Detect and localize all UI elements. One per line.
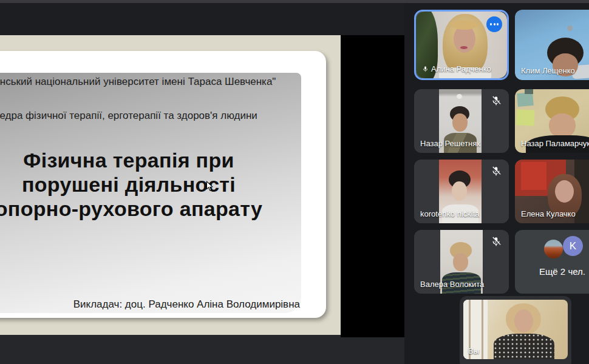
slide-title-line3: опорно-рухового апарату: [0, 197, 310, 221]
overflow-count-label: Ещё 2 чел.: [515, 266, 589, 277]
self-video: Вы: [463, 300, 568, 359]
overflow-participants-tile[interactable]: K Ещё 2 чел.: [515, 230, 589, 294]
participant-name-label: Валера Волокита: [420, 280, 484, 289]
participant-name-label: Клим Лещенко: [521, 66, 575, 75]
person-floral-dress: [494, 334, 554, 359]
slide-university-line: уганський національний університет імені…: [0, 76, 276, 88]
person-bangs: [452, 20, 477, 30]
person-face: [452, 181, 467, 201]
top-background: [0, 3, 404, 35]
avatar-photo: [544, 240, 563, 258]
poster-decor: [516, 109, 534, 126]
mic-off-icon: [491, 166, 502, 177]
participant-tile-elena-kulachko[interactable]: Елена Кулачко: [515, 160, 589, 223]
participant-tile-valera-volokita[interactable]: Валера Волокита: [414, 230, 509, 294]
participant-tile-alina-radchenko[interactable]: Алина Радченко: [414, 10, 509, 80]
more-options-button[interactable]: [486, 16, 502, 32]
participant-name-label: Елена Кулачко: [521, 209, 576, 218]
slide-title-line2: порушені діяльності: [0, 172, 310, 197]
participant-name-label: Назар Паламарчук: [521, 139, 589, 148]
video-call-window: уганський національний університет імені…: [0, 0, 589, 364]
presentation-slide: уганський національний університет імені…: [0, 51, 326, 318]
person-lips: [460, 46, 468, 49]
person-face: [452, 113, 468, 132]
participant-tile-nazar-reshetniak[interactable]: Назар Решетняк: [414, 89, 509, 153]
slide-title-line1: Фізична терапія при: [0, 148, 310, 172]
self-name-label: Вы: [468, 346, 479, 356]
poster-decor: [525, 89, 533, 94]
mic-on-icon: [422, 66, 429, 72]
participant-name-label: Назар Решетняк: [420, 139, 480, 148]
mic-off-icon: [491, 95, 502, 106]
participant-tile-nazar-palamarchuk[interactable]: Назар Паламарчук: [515, 89, 589, 153]
wall-clock: [567, 25, 573, 31]
person-face: [453, 253, 468, 271]
participant-name-label: Алина Радченко: [422, 64, 491, 73]
participant-name-label: korotenko nickita: [420, 209, 480, 218]
mic-off-icon: [491, 236, 502, 247]
window-top-edge: [0, 0, 589, 3]
participant-tile-korotenko-nickita[interactable]: korotenko nickita: [414, 160, 509, 223]
poster-decor: [517, 92, 534, 107]
slide-department-line: афедра фізичної терапії, ерготерапії та …: [0, 110, 257, 122]
bottom-background: [0, 335, 404, 364]
screenshare-area: уганський національний університет імені…: [0, 35, 341, 335]
person-face: [555, 180, 574, 203]
overflow-avatars: K Ещё 2 чел.: [515, 230, 589, 294]
ceiling-lamp: [457, 94, 462, 99]
person-face: [549, 113, 576, 138]
slide-title: Фізична терапія при порушені діяльності …: [0, 148, 310, 221]
screenshare-black-bar: [341, 35, 404, 337]
person-face: [514, 309, 533, 332]
window-frame: [482, 300, 483, 359]
participant-tile-klim-leshchenko[interactable]: Клим Лещенко: [515, 10, 589, 80]
more-options-icon: [490, 23, 492, 25]
red-wall-panel: [521, 162, 546, 190]
self-view-tile[interactable]: Вы: [460, 296, 571, 364]
avatar-letter: K: [563, 236, 583, 256]
slide-lecturer-line: Викладач: доц. Радченко Аліна Володимирі…: [0, 298, 300, 311]
cursor-arrow: [205, 181, 214, 192]
